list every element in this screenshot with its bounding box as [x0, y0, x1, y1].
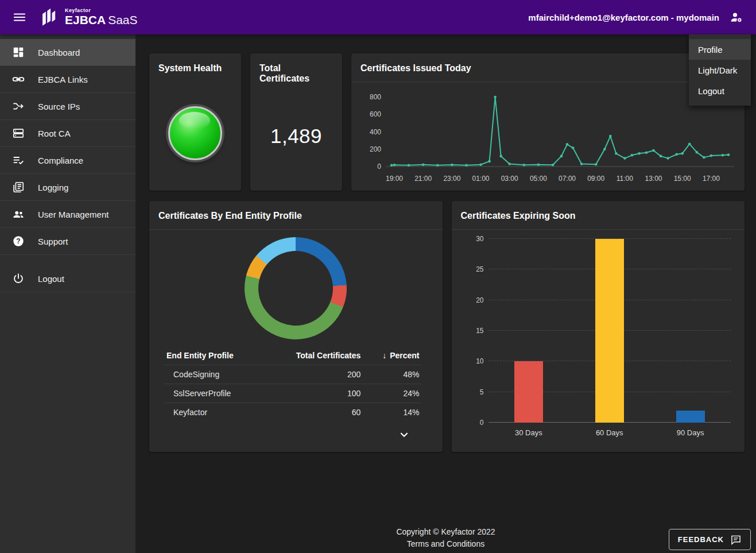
svg-text:200: 200	[370, 145, 381, 153]
terms-link[interactable]: Terms and Conditions	[135, 538, 756, 550]
logs-icon	[12, 181, 25, 194]
table-row[interactable]: Keyfactor6014%	[164, 403, 422, 422]
y-axis-tick-label: 5	[464, 388, 484, 396]
total-certificates-title: Total Certificates	[250, 53, 342, 92]
sidebar-item-compliance[interactable]: Compliance	[0, 147, 135, 174]
svg-text:23:00: 23:00	[443, 175, 460, 183]
column-header-total[interactable]: Total Certificates	[265, 346, 363, 365]
system-health-card: System Health	[149, 53, 241, 191]
svg-text:11:00: 11:00	[617, 175, 633, 183]
main-content: System Health Total Certificates 1,489 C…	[135, 34, 756, 553]
expiring-title: Certificates Expiring Soon	[452, 201, 745, 230]
feedback-button[interactable]: FEEDBACK	[669, 529, 751, 550]
sidebar-item-dashboard[interactable]: Dashboard	[0, 39, 135, 66]
svg-text:03:00: 03:00	[501, 175, 518, 183]
power-icon	[12, 272, 25, 285]
sidebar-item-support[interactable]: ?Support	[0, 228, 135, 255]
bar-90-days	[676, 411, 705, 423]
x-category-label: 30 Days	[503, 428, 555, 437]
checklist-icon	[12, 154, 25, 167]
svg-text:09:00: 09:00	[587, 175, 604, 183]
topbar: Keyfactor EJBCA SaaS mfairchild+demo1@ke…	[0, 0, 756, 34]
table-row[interactable]: SslServerProfile10024%	[164, 384, 422, 403]
brand-product: EJBCA	[65, 14, 106, 26]
cell-percent: 14%	[363, 403, 421, 422]
column-header-percent[interactable]: ↓Percent	[363, 346, 421, 365]
ejbca-dashboard-page: Keyfactor EJBCA SaaS mfairchild+demo1@ke…	[0, 0, 756, 553]
sidebar-item-label: Compliance	[38, 156, 83, 165]
health-status-indicator	[168, 106, 222, 160]
y-axis-tick-label: 10	[464, 357, 484, 365]
issued-today-title: Certificates Issued Today	[351, 53, 745, 82]
menu-item-logout[interactable]: Logout	[689, 80, 751, 101]
account-menu-button[interactable]	[724, 5, 749, 30]
expiring-bar-chart: 05101520253030 Days60 Days90 Days	[489, 239, 731, 423]
cell-profile: CodeSigning	[164, 365, 265, 384]
x-category-label: 60 Days	[584, 428, 635, 437]
storage-icon	[12, 127, 25, 140]
menu-item-profile[interactable]: Profile	[689, 39, 751, 60]
cell-percent: 24%	[363, 384, 421, 403]
merge-arrows-icon	[12, 100, 25, 113]
account-gear-icon	[730, 10, 743, 24]
sidebar-item-label: Dashboard	[38, 48, 80, 57]
svg-text:19:00: 19:00	[386, 175, 403, 183]
sidebar-item-logging[interactable]: Logging	[0, 174, 135, 201]
x-category-label: 90 Days	[665, 428, 716, 437]
svg-text:800: 800	[370, 93, 381, 101]
footer: Copyright © Keyfactor 2022 Terms and Con…	[135, 526, 756, 550]
column-header-profile[interactable]: End Entity Profile	[164, 346, 265, 365]
percent-header-label: Percent	[390, 351, 419, 360]
menu-icon	[13, 10, 26, 24]
svg-text:17:00: 17:00	[703, 175, 720, 183]
profile-donut-chart	[245, 237, 347, 339]
sidebar-item-label: Support	[38, 237, 68, 246]
certificates-expiring-card: Certificates Expiring Soon 0510152025303…	[452, 201, 745, 452]
expand-table-button[interactable]	[396, 426, 413, 443]
y-axis-tick-label: 0	[464, 419, 484, 427]
copyright-text: Copyright © Keyfactor 2022	[135, 526, 756, 537]
svg-text:600: 600	[370, 110, 381, 118]
sidebar-item-user-management[interactable]: User Management	[0, 201, 135, 228]
sidebar-item-label: User Management	[38, 210, 108, 219]
certificates-by-profile-card: Certificates By End Entity Profile End E…	[149, 201, 443, 452]
chat-icon	[730, 534, 742, 546]
menu-item-light-dark[interactable]: Light/Dark	[689, 60, 751, 80]
certificates-issued-today-card: Certificates Issued Today 02004006008001…	[351, 53, 745, 191]
keyfactor-logo-icon	[40, 5, 61, 29]
sidebar-item-label: Logging	[38, 183, 68, 192]
y-axis-tick-label: 25	[464, 265, 484, 273]
profile-table-body: CodeSigning20048%SslServerProfile10024%K…	[164, 365, 422, 422]
sidebar-item-source-ips[interactable]: Source IPs	[0, 93, 135, 120]
profile-table: End Entity Profile Total Certificates ↓P…	[164, 346, 422, 421]
cell-total: 100	[265, 384, 363, 403]
sidebar-item-label: EJBCA Links	[38, 75, 88, 84]
sort-descending-icon: ↓	[382, 351, 386, 360]
svg-text:05:00: 05:00	[530, 175, 547, 183]
sidebar-item-label: Root CA	[38, 129, 71, 138]
bar-60-days	[595, 239, 624, 423]
users-icon	[12, 208, 25, 221]
y-axis-tick-label: 30	[464, 235, 484, 243]
menu-button[interactable]	[7, 5, 32, 30]
table-row[interactable]: CodeSigning20048%	[164, 365, 422, 384]
system-health-title: System Health	[149, 53, 241, 82]
cell-total: 200	[265, 365, 363, 384]
svg-text:13:00: 13:00	[645, 175, 662, 183]
brand-text: Keyfactor EJBCA SaaS	[65, 8, 138, 26]
expand-row	[149, 421, 443, 443]
sidebar-item-root-ca[interactable]: Root CA	[0, 120, 135, 147]
dashboard-icon	[12, 46, 25, 59]
brand-product-suffix: SaaS	[108, 14, 137, 26]
link-icon	[12, 73, 25, 86]
sidebar-item-ejbca-links[interactable]: EJBCA Links	[0, 66, 135, 93]
account-label: mfairchild+demo1@keyfactor.com - mydomai…	[528, 13, 719, 22]
user-menu: ProfileLight/DarkLogout	[689, 34, 751, 106]
sidebar-item-logout[interactable]: Logout	[0, 265, 135, 292]
profile-table-header-row: End Entity Profile Total Certificates ↓P…	[164, 346, 422, 365]
cell-profile: Keyfactor	[164, 403, 265, 422]
svg-text:400: 400	[370, 128, 381, 136]
svg-text:07:00: 07:00	[559, 175, 576, 183]
brand: Keyfactor EJBCA SaaS	[40, 5, 138, 29]
sidebar: DashboardEJBCA LinksSource IPsRoot CACom…	[0, 34, 135, 553]
